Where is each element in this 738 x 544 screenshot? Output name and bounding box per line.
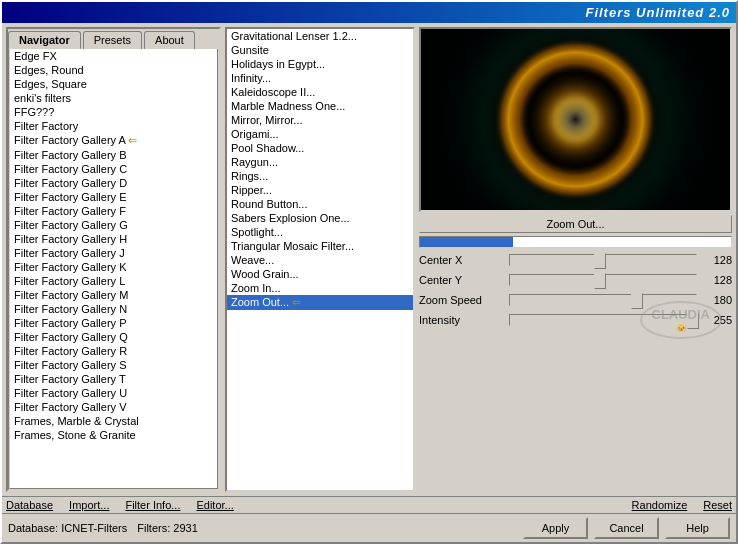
middle-list[interactable]: Gravitational Lenser 1.2...GunsiteHolida… <box>225 27 415 492</box>
preview-area <box>419 27 732 212</box>
app-title: Filters Unlimited 2.0 <box>585 5 730 20</box>
slider-thumb[interactable] <box>594 253 606 269</box>
left-list-item[interactable]: enki's filters <box>10 91 217 105</box>
left-list-item[interactable]: Filter Factory Gallery R <box>10 344 217 358</box>
left-list-item[interactable]: Filter Factory Gallery C <box>10 162 217 176</box>
left-list-item[interactable]: Frames, Stone & Granite <box>10 428 217 442</box>
progress-bar <box>419 236 732 248</box>
left-list-item[interactable]: Filter Factory Gallery G <box>10 218 217 232</box>
middle-list-item[interactable]: Origami... <box>227 127 413 141</box>
content-area: Navigator Presets About Edge FXEdges, Ro… <box>2 23 736 496</box>
left-list-item[interactable]: FFG??? <box>10 105 217 119</box>
left-list-item[interactable]: Filter Factory Gallery H <box>10 232 217 246</box>
param-label: Zoom Speed <box>419 294 509 306</box>
left-list-item[interactable]: Filter Factory Gallery Q <box>10 330 217 344</box>
status-database: Database: ICNET-Filters <box>8 522 127 534</box>
params-area: Center X128Center Y128Zoom Speed180Inten… <box>419 251 732 329</box>
param-row: Center X128 <box>419 251 732 269</box>
toolbar-right: Randomize Reset <box>632 499 732 511</box>
left-list-item[interactable]: Filter Factory Gallery F <box>10 204 217 218</box>
middle-list-item[interactable]: Triangular Mosaic Filter... <box>227 239 413 253</box>
tab-about[interactable]: About <box>144 31 195 49</box>
left-list-item[interactable]: Filter Factory Gallery E <box>10 190 217 204</box>
import-button[interactable]: Import... <box>69 499 109 511</box>
middle-list-item[interactable]: Zoom Out... ⇐ <box>227 295 413 310</box>
middle-list-item[interactable]: Mirror, Mirror... <box>227 113 413 127</box>
param-value: 128 <box>697 274 732 286</box>
filters-label: Filters: <box>137 522 170 534</box>
randomize-button[interactable]: Randomize <box>632 499 688 511</box>
left-list-item[interactable]: Filter Factory Gallery M <box>10 288 217 302</box>
reset-button[interactable]: Reset <box>703 499 732 511</box>
middle-list-item[interactable]: Holidays in Egypt... <box>227 57 413 71</box>
left-list-container: Edge FXEdges, RoundEdges, Squareenki's f… <box>8 49 219 490</box>
database-label: Database: <box>8 522 58 534</box>
left-list-item[interactable]: Filter Factory Gallery N <box>10 302 217 316</box>
param-row: Center Y128 <box>419 271 732 289</box>
cancel-button[interactable]: Cancel <box>594 517 659 539</box>
watermark: CLAUDIA 🐱 <box>640 301 723 339</box>
middle-list-item[interactable]: Round Button... <box>227 197 413 211</box>
left-list-item[interactable]: Filter Factory Gallery L <box>10 274 217 288</box>
left-list-item[interactable]: Filter Factory Gallery U <box>10 386 217 400</box>
right-panel: Zoom Out... Center X128Center Y128Zoom S… <box>419 27 732 492</box>
middle-list-item[interactable]: Marble Madness One... <box>227 99 413 113</box>
left-list-item[interactable]: Frames, Marble & Crystal <box>10 414 217 428</box>
status-filters: Filters: 2931 <box>137 522 198 534</box>
middle-list-item[interactable]: Gravitational Lenser 1.2... <box>227 29 413 43</box>
left-list-item[interactable]: Edges, Square <box>10 77 217 91</box>
left-list-item[interactable]: Filter Factory Gallery V <box>10 400 217 414</box>
left-list-item[interactable]: Filter Factory Gallery T <box>10 372 217 386</box>
tabs-bar: Navigator Presets About <box>8 29 219 49</box>
filter-info-button[interactable]: Filter Info... <box>125 499 180 511</box>
middle-list-item[interactable]: Kaleidoscope II... <box>227 85 413 99</box>
left-list-item[interactable]: Filter Factory Gallery P <box>10 316 217 330</box>
left-list[interactable]: Edge FXEdges, RoundEdges, Squareenki's f… <box>10 49 217 488</box>
middle-list-item[interactable]: Zoom In... <box>227 281 413 295</box>
main-window: Filters Unlimited 2.0 Navigator Presets … <box>0 0 738 544</box>
status-bar: Database: ICNET-Filters Filters: 2931 Ap… <box>2 513 736 542</box>
middle-list-item[interactable]: Weave... <box>227 253 413 267</box>
progress-bar-fill <box>420 237 513 247</box>
middle-list-item[interactable]: Raygun... <box>227 155 413 169</box>
param-value: 128 <box>697 254 732 266</box>
database-button[interactable]: Database <box>6 499 53 511</box>
left-list-item[interactable]: Filter Factory <box>10 119 217 133</box>
slider-thumb[interactable] <box>594 273 606 289</box>
preview-canvas <box>421 29 730 210</box>
watermark-text: CLAUDIA <box>652 307 711 322</box>
middle-list-item[interactable]: Gunsite <box>227 43 413 57</box>
param-label: Center Y <box>419 274 509 286</box>
param-label: Intensity <box>419 314 509 326</box>
middle-list-item[interactable]: Wood Grain... <box>227 267 413 281</box>
toolbar-left: Database Import... Filter Info... Editor… <box>6 499 234 511</box>
middle-list-item[interactable]: Pool Shadow... <box>227 141 413 155</box>
apply-button[interactable]: Apply <box>523 517 588 539</box>
left-list-item[interactable]: Filter Factory Gallery B <box>10 148 217 162</box>
zoom-out-button[interactable]: Zoom Out... <box>419 215 732 233</box>
middle-list-item[interactable]: Spotlight... <box>227 225 413 239</box>
action-buttons: Apply Cancel Help <box>523 517 730 539</box>
middle-list-item[interactable]: Sabers Explosion One... <box>227 211 413 225</box>
title-bar: Filters Unlimited 2.0 <box>2 2 736 23</box>
left-list-item[interactable]: Filter Factory Gallery K <box>10 260 217 274</box>
left-list-item[interactable]: Filter Factory Gallery S <box>10 358 217 372</box>
middle-list-item[interactable]: Infinity... <box>227 71 413 85</box>
left-list-item[interactable]: Edges, Round <box>10 63 217 77</box>
tab-navigator[interactable]: Navigator <box>8 31 81 49</box>
left-list-item[interactable]: Filter Factory Gallery D <box>10 176 217 190</box>
slider-thumb[interactable] <box>631 293 643 309</box>
left-list-item[interactable]: Filter Factory Gallery A ⇐ <box>10 133 217 148</box>
watermark-icon: 🐱 <box>652 322 711 333</box>
help-button[interactable]: Help <box>665 517 730 539</box>
middle-list-item[interactable]: Rings... <box>227 169 413 183</box>
param-slider[interactable] <box>509 274 697 286</box>
middle-list-item[interactable]: Ripper... <box>227 183 413 197</box>
tab-presets[interactable]: Presets <box>83 31 142 49</box>
editor-button[interactable]: Editor... <box>196 499 233 511</box>
left-list-item[interactable]: Edge FX <box>10 49 217 63</box>
left-list-item[interactable]: Filter Factory Gallery J <box>10 246 217 260</box>
filters-value: 2931 <box>173 522 197 534</box>
bottom-toolbar: Database Import... Filter Info... Editor… <box>2 496 736 513</box>
param-slider[interactable] <box>509 254 697 266</box>
